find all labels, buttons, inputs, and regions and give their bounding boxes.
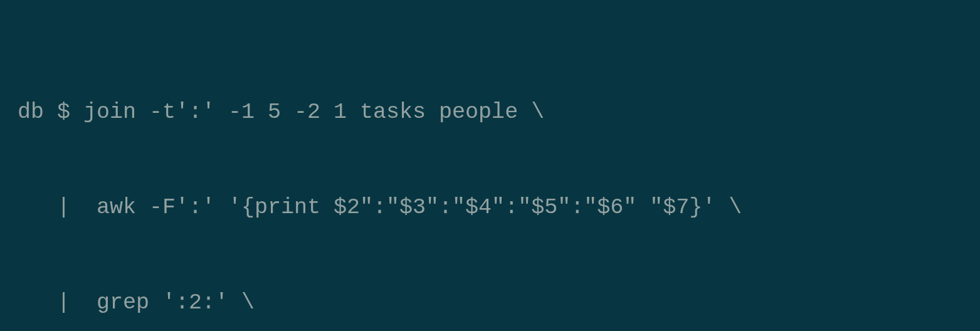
terminal-line: db $ join -t':' -1 5 -2 1 tasks people \: [18, 97, 962, 129]
terminal-line: | grep ':2:' \: [18, 287, 962, 319]
terminal-line: | awk -F':' '{print $2":"$3":"$4":"$5":"…: [18, 192, 962, 224]
terminal-window[interactable]: db $ join -t':' -1 5 -2 1 tasks people \…: [0, 0, 980, 331]
